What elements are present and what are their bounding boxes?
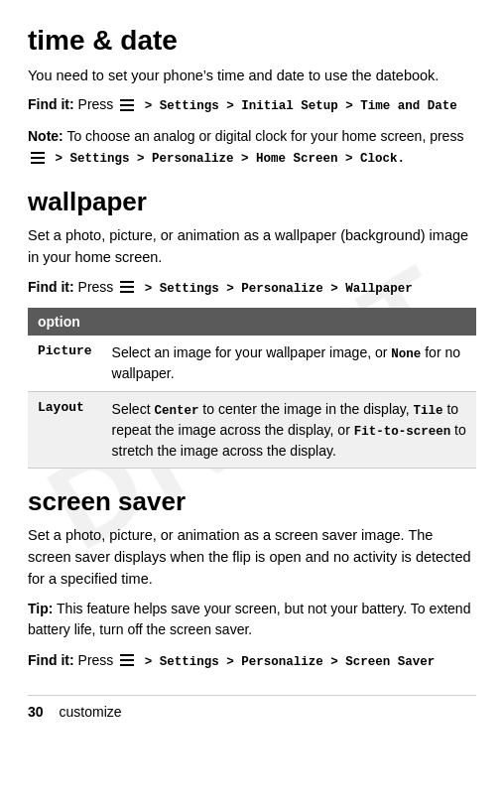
table-header-row: option [28, 308, 476, 336]
mono-keyword: Center [154, 404, 198, 418]
note-path: > Settings > Personalize > Home Screen >… [48, 152, 405, 166]
wallpaper-findit-text: Press [74, 279, 118, 295]
tip-label: Tip: [28, 601, 53, 616]
menu-icon-3 [119, 281, 135, 294]
tip-text: This feature helps save your screen, but… [28, 601, 470, 637]
table-row: PictureSelect an image for your wallpape… [28, 336, 476, 391]
mono-keyword: Tile [414, 404, 443, 418]
screen-saver-heading: screen saver [28, 486, 476, 517]
wallpaper-findit-label: Find it: [28, 279, 74, 295]
screen-saver-body: Set a photo, picture, or animation as a … [28, 525, 476, 590]
time-date-body: You need to set your phone’s time and da… [28, 66, 476, 87]
wallpaper-heading: wallpaper [28, 187, 476, 217]
section-screen-saver: screen saver Set a photo, picture, or an… [28, 486, 476, 671]
footer-bar: 30 customize [28, 695, 476, 720]
screen-saver-tip: Tip: This feature helps save your screen… [28, 599, 476, 640]
time-date-findit-path: > Settings > Initial Setup > Time and Da… [137, 99, 457, 113]
time-date-findit-text: Press [74, 96, 118, 112]
menu-icon-4 [119, 654, 135, 667]
time-date-findit: Find it: Press > Settings > Initial Setu… [28, 94, 476, 116]
screen-saver-findit-label: Find it: [28, 652, 74, 668]
page-content: time & date You need to set your phone’s… [28, 24, 476, 720]
options-table: option PictureSelect an image for your w… [28, 308, 476, 469]
note-text: To choose an analog or digital clock for… [63, 128, 464, 144]
table-cell-option: Layout [28, 391, 102, 469]
table-cell-description: Select Center to center the image in the… [102, 391, 476, 469]
menu-icon-1 [119, 99, 135, 112]
footer-label: customize [60, 704, 122, 720]
screen-saver-findit-text: Press [74, 652, 118, 668]
section-time-date: time & date You need to set your phone’s… [28, 24, 476, 169]
table-header-option: option [28, 308, 476, 336]
footer-page-number: 30 [28, 704, 44, 720]
screen-saver-findit: Find it: Press > Settings > Personalize … [28, 650, 476, 672]
time-date-heading: time & date [28, 24, 476, 58]
time-date-findit-label: Find it: [28, 96, 74, 112]
mono-keyword: None [391, 347, 421, 361]
table-cell-description: Select an image for your wallpaper image… [102, 336, 476, 391]
wallpaper-findit-path: > Settings > Personalize > Wallpaper [137, 282, 413, 296]
table-row: LayoutSelect Center to center the image … [28, 391, 476, 469]
mono-keyword: Fit-to-screen [354, 425, 451, 439]
section-wallpaper: wallpaper Set a photo, picture, or anima… [28, 187, 476, 469]
wallpaper-body: Set a photo, picture, or animation as a … [28, 225, 476, 269]
wallpaper-findit: Find it: Press > Settings > Personalize … [28, 277, 476, 299]
menu-icon-2 [30, 152, 46, 165]
note-label: Note: [28, 128, 63, 144]
time-date-note: Note: To choose an analog or digital clo… [28, 126, 476, 169]
screen-saver-findit-path: > Settings > Personalize > Screen Saver [137, 655, 435, 669]
table-cell-option: Picture [28, 336, 102, 391]
